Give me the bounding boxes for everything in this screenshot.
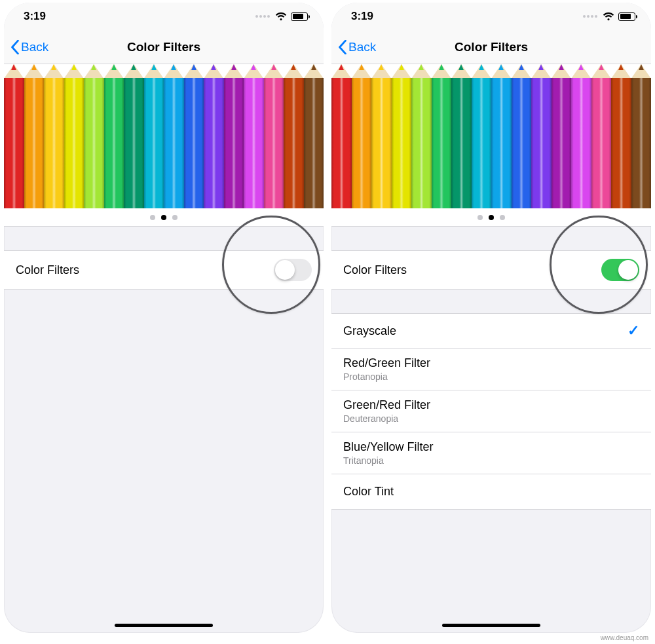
page-dot[interactable] (477, 215, 483, 220)
filter-option-label: Red/Green Filter (343, 356, 430, 370)
pencil (164, 64, 184, 208)
filter-option-label: Green/Red Filter (343, 398, 430, 412)
filter-option-sublabel: Tritanopia (343, 455, 433, 466)
page-dot[interactable] (161, 215, 166, 220)
filter-option-row[interactable]: Color Tint (331, 474, 651, 510)
color-filters-toggle[interactable] (601, 259, 639, 281)
pencil (451, 64, 472, 208)
checkmark-icon: ✓ (627, 322, 639, 339)
back-button[interactable]: Back (331, 40, 376, 54)
page-dot[interactable] (172, 215, 178, 220)
pencil (491, 64, 512, 208)
home-indicator[interactable] (442, 624, 540, 627)
pencil (591, 64, 612, 208)
back-label: Back (348, 40, 376, 54)
pencil (392, 64, 412, 208)
color-preview[interactable] (331, 64, 651, 208)
color-filters-toggle-row[interactable]: Color Filters (331, 250, 651, 290)
color-filters-toggle[interactable] (274, 259, 312, 281)
toggle-label: Color Filters (343, 263, 407, 277)
page-dot[interactable] (150, 215, 155, 220)
pencil (552, 64, 572, 208)
phone-screenshot-right: 3:19 Back Color Filters Color Filters (331, 3, 651, 633)
pencil (331, 64, 352, 208)
filter-option-sublabel: Deuteranopia (343, 413, 430, 424)
filter-option-label: Grayscale (343, 324, 396, 338)
nav-header: Back Color Filters (4, 30, 324, 64)
pencil (571, 64, 591, 208)
pencil (432, 64, 452, 208)
status-time: 3:19 (24, 10, 46, 23)
phone-screenshot-left: 3:19 Back Color Filters Color Filters (4, 3, 324, 633)
status-time: 3:19 (351, 10, 373, 23)
filter-option-sublabel: Protanopia (343, 371, 430, 382)
pencil (144, 64, 164, 208)
page-dot[interactable] (489, 215, 494, 220)
pencil (284, 64, 304, 208)
wifi-icon (275, 12, 287, 21)
pencil (124, 64, 144, 208)
pencil (371, 64, 392, 208)
back-button[interactable]: Back (4, 40, 48, 54)
pencil (204, 64, 224, 208)
pencil (472, 64, 492, 208)
battery-icon (618, 12, 635, 21)
home-indicator[interactable] (115, 624, 213, 627)
page-indicator[interactable] (4, 208, 324, 227)
pencil (411, 64, 432, 208)
watermark: www.deuaq.com (601, 634, 648, 641)
filter-option-row[interactable]: Green/Red FilterDeuteranopia (331, 390, 651, 432)
chevron-left-icon (10, 40, 20, 54)
pencil (44, 64, 64, 208)
more-dots-icon (255, 15, 270, 18)
filter-option-label: Color Tint (343, 485, 394, 499)
pencil (264, 64, 284, 208)
wifi-icon (603, 12, 614, 21)
pencil (531, 64, 552, 208)
pencil (244, 64, 264, 208)
pencil (611, 64, 631, 208)
page-title: Color Filters (4, 40, 324, 54)
filter-option-label: Blue/Yellow Filter (343, 440, 433, 454)
pencil (184, 64, 204, 208)
battery-icon (291, 12, 308, 21)
filter-option-row[interactable]: Blue/Yellow FilterTritanopia (331, 432, 651, 474)
pencil (352, 64, 372, 208)
pencil (512, 64, 532, 208)
status-bar: 3:19 (331, 3, 651, 30)
toggle-label: Color Filters (16, 263, 79, 277)
pencil (304, 64, 324, 208)
pencil (224, 64, 244, 208)
status-bar: 3:19 (4, 3, 324, 30)
page-title: Color Filters (331, 40, 651, 54)
pencil (24, 64, 45, 208)
color-preview[interactable] (4, 64, 324, 208)
chevron-left-icon (338, 40, 347, 54)
pencil (4, 64, 24, 208)
color-filters-toggle-row[interactable]: Color Filters (4, 250, 324, 290)
back-label: Back (21, 40, 48, 54)
page-dot[interactable] (500, 215, 505, 220)
nav-header: Back Color Filters (331, 30, 651, 64)
pencil (64, 64, 84, 208)
filter-option-row[interactable]: Grayscale✓ (331, 313, 651, 349)
page-indicator[interactable] (331, 208, 651, 227)
pencil (84, 64, 104, 208)
filter-option-row[interactable]: Red/Green FilterProtanopia (331, 349, 651, 390)
pencil (631, 64, 652, 208)
more-dots-icon (583, 15, 597, 18)
pencil (104, 64, 124, 208)
